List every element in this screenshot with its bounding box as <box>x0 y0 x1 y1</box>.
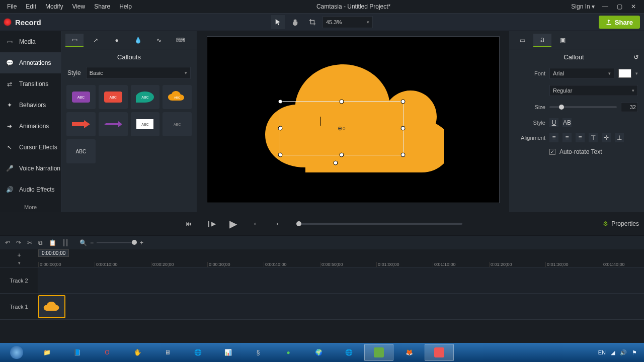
next-marker-button[interactable]: › <box>270 217 284 231</box>
size-slider[interactable] <box>549 106 617 108</box>
step-back-button[interactable]: ❙▶ <box>204 217 218 231</box>
reset-icon[interactable]: ↺ <box>633 53 639 61</box>
sidebar-item-cursor-effects[interactable]: ↖Cursor Effects <box>0 137 61 158</box>
copy-button[interactable]: ⧉ <box>38 239 43 246</box>
paste-button[interactable]: 📋 <box>49 239 56 246</box>
taskbar-app-7-icon[interactable]: 🌍 <box>304 344 333 361</box>
text-props-tab-icon[interactable]: a <box>533 34 551 47</box>
font-select[interactable]: Arial▾ <box>549 68 614 79</box>
playback-slider[interactable] <box>296 223 462 225</box>
font-style-select[interactable]: Regular▾ <box>549 85 638 96</box>
callout-thumb-4[interactable]: ABC <box>163 85 192 109</box>
sidebar-item-behaviors[interactable]: ✦Behaviors <box>0 95 61 116</box>
callout-thumb-3[interactable]: ABC <box>131 85 160 109</box>
taskbar-app-3-icon[interactable]: 🖥 <box>153 344 182 361</box>
minimize-icon[interactable]: — <box>602 3 609 10</box>
callout-thumb-6[interactable] <box>99 112 128 136</box>
align-top-button[interactable]: ⊤ <box>589 133 598 142</box>
cloud-callout[interactable] <box>258 57 444 183</box>
callout-thumb-5[interactable] <box>66 112 96 136</box>
taskbar-recorder-icon[interactable] <box>425 344 454 361</box>
color-dropdown-icon[interactable]: ▾ <box>635 71 638 76</box>
taskbar-app-8-icon[interactable]: 🌐 <box>334 344 363 361</box>
auto-rotate-checkbox[interactable]: ✓ <box>549 149 555 155</box>
keystroke-tab-icon[interactable]: ⌨ <box>171 34 189 47</box>
callout-thumb-1[interactable]: ABC <box>66 85 96 109</box>
taskbar-app-4-icon[interactable]: 📊 <box>213 344 243 361</box>
taskbar-lang[interactable]: EN <box>598 349 606 355</box>
sidebar-item-annotations[interactable]: 💬Annotations <box>0 52 61 73</box>
taskbar-opera-icon[interactable]: O <box>93 344 122 361</box>
arrow-tab-icon[interactable]: ↗ <box>87 34 105 47</box>
align-right-button[interactable]: ≡ <box>576 133 585 142</box>
crop-tool-icon[interactable] <box>305 15 319 29</box>
close-icon[interactable]: ✕ <box>630 3 637 10</box>
taskbar-explorer-icon[interactable]: 📁 <box>32 344 61 361</box>
blur-tab-icon[interactable]: 💧 <box>129 34 147 47</box>
callout-thumb-9[interactable]: ABC <box>66 139 96 163</box>
track-1-lane[interactable] <box>38 294 644 319</box>
sidebar-item-voice-narration[interactable]: 🎤Voice Narration <box>0 158 61 179</box>
taskbar-app-2-icon[interactable]: 🖐 <box>123 344 152 361</box>
record-button[interactable]: Record <box>4 18 41 27</box>
timeline-zoom-slider[interactable] <box>97 242 137 243</box>
tray-network-icon[interactable]: ◢ <box>611 349 615 356</box>
add-track-button[interactable]: ＋ <box>16 251 22 259</box>
prev-frame-button[interactable]: ⏮ <box>182 217 196 231</box>
sidebar-item-audio-effects[interactable]: 🔊Audio Effects <box>0 179 61 200</box>
align-middle-button[interactable]: ✛ <box>602 133 611 142</box>
prev-marker-button[interactable]: ‹ <box>248 217 262 231</box>
sketch-tab-icon[interactable]: ∿ <box>150 34 168 47</box>
shape-tab-icon[interactable]: ● <box>108 34 126 47</box>
redo-button[interactable]: ↷ <box>16 239 21 246</box>
maximize-icon[interactable]: ▢ <box>616 3 623 10</box>
split-button[interactable]: ⎮⎮ <box>62 239 68 246</box>
menu-help[interactable]: Help <box>115 1 136 12</box>
style-select[interactable]: Basic▾ <box>86 67 191 79</box>
strike-button[interactable]: AB <box>562 118 572 127</box>
share-button[interactable]: Share <box>599 16 640 29</box>
font-color-swatch[interactable] <box>618 69 631 78</box>
track-2-lane[interactable] <box>38 267 644 293</box>
menu-modify[interactable]: Modify <box>41 1 67 12</box>
tray-flag-icon[interactable]: ⚑ <box>632 349 637 356</box>
time-ruler[interactable]: 0:00:00;000:00:10;000:00:20;000:00:30;00… <box>38 249 644 267</box>
taskbar-app-1-icon[interactable]: 📘 <box>62 344 92 361</box>
menu-file[interactable]: File <box>3 1 21 12</box>
cut-button[interactable]: ✂ <box>27 239 32 246</box>
callout-thumb-7[interactable]: ABC <box>131 112 160 136</box>
align-center-button[interactable]: ≡ <box>562 133 572 142</box>
menu-view[interactable]: View <box>68 1 89 12</box>
taskbar-app-5-icon[interactable]: § <box>244 344 273 361</box>
visual-props-tab-icon[interactable]: ▭ <box>513 34 531 47</box>
properties-button[interactable]: ⚙Properties <box>603 220 639 227</box>
callout-tab-icon[interactable]: ▭ <box>65 34 84 47</box>
align-bottom-button[interactable]: ⊥ <box>615 133 624 142</box>
sidebar-item-media[interactable]: ▭Media <box>0 31 61 52</box>
taskbar-app-6-icon[interactable]: ● <box>274 344 303 361</box>
taskbar-camtasia-icon[interactable] <box>364 344 393 361</box>
align-left-button[interactable]: ≡ <box>549 133 558 142</box>
collapse-track-button[interactable]: ▾ <box>18 260 21 265</box>
zoom-find-icon[interactable]: 🔍 <box>79 239 87 246</box>
pan-tool-icon[interactable] <box>288 15 302 29</box>
taskbar-firefox-icon[interactable]: 🦊 <box>394 344 424 361</box>
menu-edit[interactable]: Edit <box>22 1 40 12</box>
callout-thumb-8[interactable]: ABC <box>163 112 192 136</box>
underline-button[interactable]: U <box>549 118 558 127</box>
play-button[interactable]: ▶ <box>226 217 240 231</box>
start-button[interactable] <box>2 344 31 361</box>
track-2-label[interactable]: Track 2 <box>0 267 38 293</box>
track-1-label[interactable]: Track 1 <box>0 294 38 319</box>
canvas[interactable]: ⊕○ <box>207 36 500 203</box>
zoom-out-button[interactable]: − <box>90 239 94 246</box>
tray-sound-icon[interactable]: 🔊 <box>620 349 627 356</box>
size-input[interactable] <box>621 102 638 112</box>
sidebar-item-animations[interactable]: ➔Animations <box>0 116 61 137</box>
undo-button[interactable]: ↶ <box>5 239 10 246</box>
timeline-clip[interactable] <box>38 295 65 318</box>
sidebar-item-transitions[interactable]: ⇄Transitions <box>0 73 61 95</box>
callout-thumb-2[interactable]: ABC <box>99 85 128 109</box>
zoom-in-button[interactable]: + <box>140 239 143 246</box>
zoom-select[interactable]: 45.3%▾ <box>323 16 373 28</box>
